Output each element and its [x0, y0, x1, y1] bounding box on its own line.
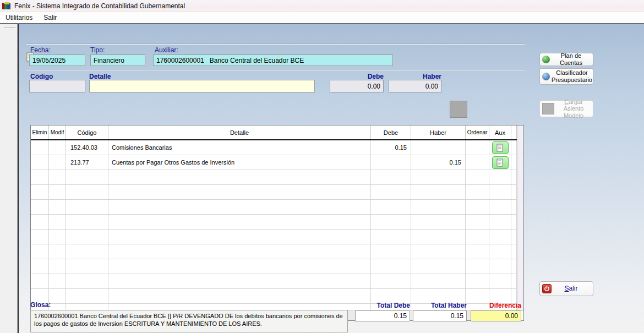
cell-debe — [371, 215, 411, 230]
column-header-ordenar[interactable]: Ordenar — [466, 125, 489, 139]
app-icon — [2, 2, 11, 10]
cell-codigo — [66, 259, 108, 274]
cell-modif — [49, 155, 66, 170]
clasificador-presupuestario-button[interactable]: Clasificador Presupuestario — [539, 68, 593, 85]
cell-aux — [489, 185, 511, 200]
cell-codigo — [66, 170, 108, 185]
cell-aux — [489, 140, 511, 155]
panel-grip[interactable] — [4, 28, 15, 29]
glosa-label: Glosa: — [30, 301, 51, 309]
cell-aux — [489, 244, 511, 259]
cell-haber — [411, 185, 466, 200]
cell-modif — [49, 230, 66, 244]
cell-filler — [511, 259, 517, 274]
cell-aux — [489, 230, 511, 244]
column-header-filler — [511, 125, 517, 139]
power-icon — [542, 284, 552, 293]
fecha-input[interactable] — [29, 54, 85, 66]
cell-haber: 0.15 — [411, 155, 466, 170]
total-haber-label: Total Haber — [413, 302, 467, 309]
cell-aux — [489, 215, 511, 230]
cell-detalle — [108, 274, 371, 289]
aux-document-icon — [496, 159, 504, 167]
cell-ordenar — [466, 274, 489, 289]
table-row[interactable] — [31, 259, 517, 274]
table-row[interactable]: 152.40.03Comisiones Bancarias0.15 — [31, 140, 517, 155]
cell-codigo — [66, 215, 108, 230]
aux-document-icon — [496, 144, 504, 152]
menu-utilitarios[interactable]: Utilitarios — [0, 13, 38, 23]
cell-ordenar — [466, 244, 489, 259]
cell-detalle — [108, 170, 371, 185]
cell-haber — [411, 230, 466, 244]
table-row[interactable] — [31, 185, 517, 200]
table-row[interactable] — [31, 215, 517, 230]
cell-debe: 0.15 — [371, 140, 411, 155]
column-header-codigo[interactable]: Código — [66, 125, 108, 139]
table-row[interactable] — [31, 230, 517, 244]
cargar-asiento-modelo-button[interactable]: Cargar Asiento Modelo — [539, 100, 593, 117]
entries-table-body: 152.40.03Comisiones Bancarias0.15213.77C… — [31, 140, 517, 310]
cell-modif — [49, 185, 66, 200]
glosa-textarea[interactable]: 1760002600001 Banco Central del Ecuador … — [30, 310, 348, 332]
cell-codigo — [66, 200, 108, 215]
auxiliar-input[interactable] — [153, 54, 393, 66]
salir-button[interactable]: Salir — [539, 281, 593, 296]
column-header-aux[interactable]: Aux — [489, 125, 511, 139]
aux-button[interactable] — [492, 156, 509, 169]
detalle-input[interactable] — [89, 80, 315, 92]
green-sphere-icon — [542, 56, 550, 63]
cell-codigo — [66, 244, 108, 259]
table-row[interactable]: 213.77Cuentas por Pagar Otros Gastos de … — [31, 155, 517, 170]
cell-filler — [511, 200, 517, 215]
cell-ordenar — [466, 215, 489, 230]
column-header-elimin[interactable]: Elimin — [31, 125, 49, 139]
cell-codigo: 213.77 — [66, 155, 108, 170]
debe-input[interactable] — [330, 80, 384, 92]
blue-sphere-icon — [542, 73, 550, 80]
cell-detalle — [108, 259, 371, 274]
cell-haber — [411, 274, 466, 289]
haber-input[interactable] — [389, 80, 441, 92]
cell-debe — [371, 230, 411, 244]
cell-detalle: Comisiones Bancarias — [108, 140, 371, 155]
cell-filler — [511, 140, 517, 155]
cell-ordenar — [466, 140, 489, 155]
column-header-detalle[interactable]: Detalle — [108, 125, 371, 139]
cell-debe — [371, 259, 411, 274]
cell-filler — [511, 155, 517, 170]
aux-button[interactable] — [492, 141, 509, 154]
cell-codigo — [66, 185, 108, 200]
table-row[interactable] — [31, 244, 517, 259]
cell-codigo — [66, 289, 108, 304]
plan-de-cuentas-button[interactable]: Plan de Cuentas — [539, 53, 593, 66]
client-area: Fecha: Tipo: Auxiliar: Código Detalle De… — [0, 24, 644, 333]
menu-salir[interactable]: Salir — [38, 13, 62, 23]
add-entry-button[interactable] — [450, 101, 467, 118]
table-row[interactable] — [31, 274, 517, 289]
cell-debe — [371, 170, 411, 185]
debe-label: Debe — [330, 73, 384, 80]
table-row[interactable] — [31, 200, 517, 215]
table-row[interactable] — [31, 170, 517, 185]
cell-codigo — [66, 274, 108, 289]
cell-elimin — [31, 230, 49, 244]
column-header-debe[interactable]: Debe — [371, 125, 411, 139]
vertical-scrollbar[interactable] — [517, 125, 523, 310]
tipo-input[interactable] — [90, 54, 145, 66]
plan-de-cuentas-label: Plan de Cuentas — [552, 52, 591, 66]
column-header-modif[interactable]: Modif — [49, 125, 66, 139]
auxiliar-label: Auxiliar: — [155, 46, 178, 54]
total-debe-label: Total Debe — [355, 302, 410, 309]
codigo-input[interactable] — [29, 80, 85, 92]
haber-label: Haber — [389, 73, 441, 80]
cell-filler — [511, 244, 517, 259]
cell-modif — [49, 259, 66, 274]
cell-haber — [411, 200, 466, 215]
cell-debe — [371, 155, 411, 170]
column-header-haber[interactable]: Haber — [411, 125, 466, 139]
cell-debe — [371, 185, 411, 200]
cell-ordenar — [466, 170, 489, 185]
cell-detalle — [108, 215, 371, 230]
title-bar: Fenix - Sistema Integrado de Contabilida… — [0, 0, 644, 12]
